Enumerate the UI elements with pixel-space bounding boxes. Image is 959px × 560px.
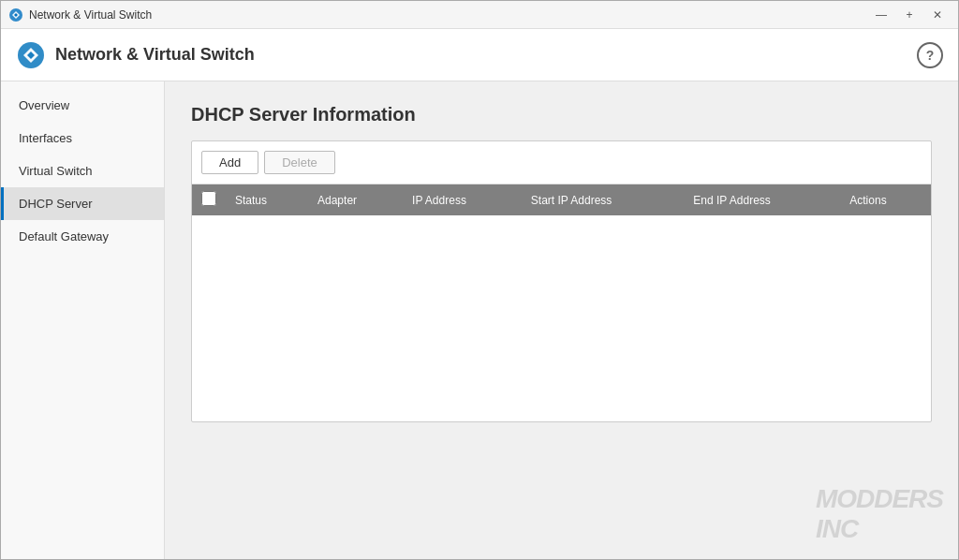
- title-bar-left: Network & Virtual Switch: [8, 7, 152, 22]
- app-title: Network & Virtual Switch: [55, 45, 255, 65]
- sidebar: Overview Interfaces Virtual Switch DHCP …: [1, 81, 165, 559]
- sidebar-item-virtual-switch[interactable]: Virtual Switch: [1, 155, 164, 187]
- sidebar-item-default-gateway[interactable]: Default Gateway: [1, 220, 164, 253]
- minimize-button[interactable]: —: [868, 5, 894, 25]
- sidebar-item-interfaces[interactable]: Interfaces: [1, 122, 164, 155]
- table-toolbar: Add Delete: [192, 141, 931, 184]
- table-header: Status Adapter IP Address Start IP Addre…: [192, 184, 931, 215]
- table-body: [192, 215, 931, 421]
- main-content: Overview Interfaces Virtual Switch DHCP …: [1, 81, 958, 559]
- dhcp-table: Status Adapter IP Address Start IP Addre…: [192, 184, 931, 421]
- start-ip-col-header: Start IP Address: [522, 184, 684, 215]
- title-bar: Network & Virtual Switch — + ✕: [1, 1, 958, 29]
- app-icon: [8, 7, 23, 22]
- page-title: DHCP Server Information: [191, 104, 932, 125]
- header-icon: [16, 40, 46, 70]
- help-button[interactable]: ?: [917, 42, 943, 68]
- close-button[interactable]: ✕: [924, 5, 951, 25]
- delete-button[interactable]: Delete: [264, 151, 335, 174]
- actions-col-header: Actions: [840, 184, 931, 215]
- adapter-col-header: Adapter: [308, 184, 403, 215]
- header-left: Network & Virtual Switch: [16, 40, 255, 70]
- app-header: Network & Virtual Switch ?: [1, 29, 958, 81]
- title-bar-controls: — + ✕: [868, 5, 951, 25]
- dhcp-table-container: Add Delete Status: [191, 140, 932, 422]
- sidebar-item-overview[interactable]: Overview: [1, 89, 164, 122]
- add-button[interactable]: Add: [201, 151, 258, 174]
- select-all-checkbox[interactable]: [201, 191, 216, 206]
- checkbox-header-col: [192, 184, 226, 215]
- window-title: Network & Virtual Switch: [29, 8, 152, 22]
- status-col-header: Status: [226, 184, 308, 215]
- content-area: DHCP Server Information Add Delete: [165, 81, 958, 559]
- end-ip-col-header: End IP Address: [684, 184, 840, 215]
- sidebar-item-dhcp-server[interactable]: DHCP Server: [1, 187, 164, 220]
- watermark: MODDERS INC: [816, 484, 943, 544]
- ip-address-col-header: IP Address: [403, 184, 522, 215]
- app-window: Network & Virtual Switch — + ✕ Network &…: [0, 0, 959, 560]
- maximize-button[interactable]: +: [896, 5, 922, 25]
